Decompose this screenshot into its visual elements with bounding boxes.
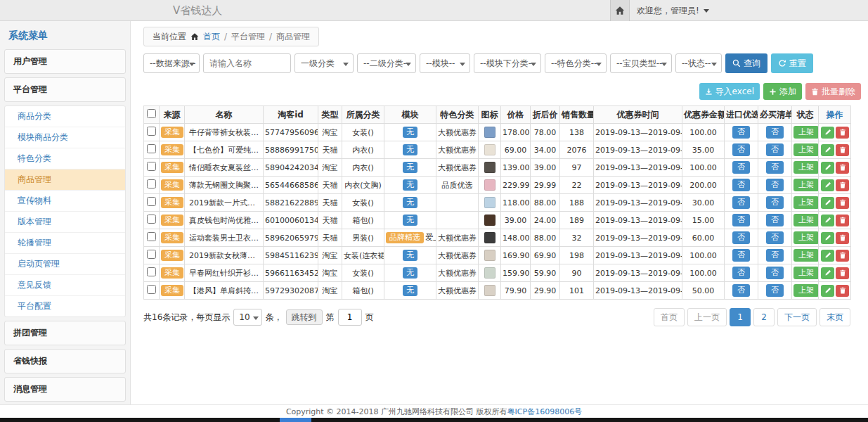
sidebar-item-carousel-management[interactable]: 轮播管理 [5, 233, 125, 254]
sidebar-item-module-product-category[interactable]: 模块商品分类 [5, 127, 125, 148]
sidebar-item-user-management[interactable]: 用户管理 [4, 49, 126, 74]
per-page-select[interactable]: 10 [233, 309, 261, 326]
user-menu[interactable]: 欢迎您，管理员! [630, 5, 716, 17]
pager-button[interactable]: 上一页 [687, 308, 727, 326]
delete-button[interactable] [836, 197, 849, 209]
pager-button[interactable]: 2 [753, 308, 775, 326]
must-buy-toggle[interactable]: 否 [766, 126, 784, 138]
page-number-input[interactable] [338, 309, 362, 326]
edit-button[interactable] [821, 179, 834, 191]
status-button[interactable]: 上架 [793, 284, 819, 296]
delete-button[interactable] [836, 179, 849, 191]
status-button[interactable]: 上架 [793, 249, 819, 261]
import-select-toggle[interactable]: 否 [732, 231, 750, 243]
edit-button[interactable] [821, 267, 834, 279]
row-checkbox[interactable] [147, 162, 156, 171]
edit-button[interactable] [821, 127, 834, 139]
import-select-toggle[interactable]: 否 [732, 179, 750, 191]
status-button[interactable]: 上架 [793, 179, 819, 191]
delete-button[interactable] [836, 144, 849, 156]
must-buy-toggle[interactable]: 否 [766, 161, 784, 173]
edit-button[interactable] [821, 285, 834, 297]
must-buy-toggle[interactable]: 否 [766, 179, 784, 191]
edit-button[interactable] [821, 215, 834, 226]
import-select-toggle[interactable]: 否 [732, 196, 750, 208]
sidebar-item-version-management[interactable]: 版本管理 [5, 212, 125, 233]
must-buy-toggle[interactable]: 否 [766, 214, 784, 226]
pager-button[interactable]: 1 [730, 308, 751, 326]
sidebar-item-splash-management[interactable]: 启动页管理 [5, 254, 125, 275]
delete-button[interactable] [836, 285, 849, 297]
must-buy-toggle[interactable]: 否 [766, 143, 784, 155]
add-button[interactable]: 添加 [763, 83, 802, 100]
status-button[interactable]: 上架 [793, 143, 819, 155]
row-checkbox[interactable] [147, 267, 156, 276]
reset-button[interactable]: 重置 [771, 53, 813, 73]
sidebar-item-special-category[interactable]: 特色分类 [5, 148, 125, 170]
sidebar-item-savings-news[interactable]: 省钱快报 [4, 349, 126, 373]
delete-button[interactable] [836, 250, 849, 262]
must-buy-toggle[interactable]: 否 [766, 284, 784, 296]
import-select-toggle[interactable]: 否 [732, 126, 750, 138]
row-checkbox[interactable] [147, 215, 156, 224]
must-buy-toggle[interactable]: 否 [766, 231, 784, 243]
delete-button[interactable] [836, 162, 849, 174]
status-button[interactable]: 上架 [793, 231, 819, 243]
status-button[interactable]: 上架 [793, 161, 819, 173]
row-checkbox[interactable] [147, 285, 156, 294]
row-checkbox[interactable] [147, 144, 156, 153]
pager-button[interactable]: 下一页 [777, 308, 817, 326]
edit-button[interactable] [821, 144, 834, 156]
row-checkbox[interactable] [147, 127, 156, 136]
jump-button[interactable]: 跳转到 [286, 309, 323, 325]
edit-button[interactable] [821, 250, 834, 262]
status-button[interactable]: 上架 [793, 126, 819, 138]
pager-button[interactable]: 末页 [820, 308, 850, 326]
sidebar-item-message-management[interactable]: 消息管理 [4, 377, 126, 402]
must-buy-toggle[interactable]: 否 [766, 267, 784, 279]
status-button[interactable]: 上架 [793, 267, 819, 279]
row-checkbox[interactable] [147, 232, 156, 241]
filter-select-module-subcategory[interactable]: --模块下分类-- [474, 53, 541, 73]
row-checkbox[interactable] [147, 250, 156, 259]
must-buy-toggle[interactable]: 否 [766, 249, 784, 261]
icp-link[interactable]: 粤ICP备16098006号 [507, 407, 583, 416]
name-search-input[interactable] [203, 53, 291, 73]
filter-select-level1-category[interactable]: 一级分类 [294, 53, 354, 73]
must-buy-toggle[interactable]: 否 [766, 196, 784, 208]
import-select-toggle[interactable]: 否 [732, 249, 750, 261]
filter-select-item-type[interactable]: --宝贝类型-- [610, 53, 672, 73]
batch-delete-button[interactable]: 批量删除 [805, 83, 861, 100]
pager-button[interactable]: 首页 [654, 308, 685, 326]
home-button[interactable] [610, 0, 630, 21]
delete-button[interactable] [836, 267, 849, 279]
delete-button[interactable] [836, 127, 849, 139]
edit-button[interactable] [821, 162, 834, 174]
filter-select-special-category[interactable]: --特色分类-- [545, 53, 607, 73]
delete-button[interactable] [836, 215, 849, 226]
import-select-toggle[interactable]: 否 [732, 284, 750, 296]
filter-select-level2-category[interactable]: --二级分类-- [357, 53, 416, 73]
delete-button[interactable] [836, 232, 849, 244]
filter-select-module[interactable]: --模块-- [420, 53, 470, 73]
breadcrumb-home-link[interactable]: 首页 [203, 31, 220, 43]
status-button[interactable]: 上架 [793, 214, 819, 226]
import-excel-button[interactable]: 导入excel [699, 83, 760, 100]
import-select-toggle[interactable]: 否 [732, 143, 750, 155]
sidebar-item-feedback[interactable]: 意见反馈 [5, 275, 125, 296]
filter-select-data-source[interactable]: --数据来源-- [143, 53, 200, 73]
sidebar-item-product-management[interactable]: 商品管理 [5, 170, 125, 191]
filter-select-status[interactable]: --状态-- [675, 53, 722, 73]
import-select-toggle[interactable]: 否 [732, 161, 750, 173]
status-button[interactable]: 上架 [793, 196, 819, 208]
search-button[interactable]: 查询 [725, 53, 767, 73]
edit-button[interactable] [821, 232, 834, 244]
edit-button[interactable] [821, 197, 834, 209]
import-select-toggle[interactable]: 否 [732, 214, 750, 226]
sidebar-item-platform-config[interactable]: 平台配置 [5, 296, 125, 316]
sidebar-item-platform-management[interactable]: 平台管理 [4, 77, 126, 102]
sidebar-item-product-category[interactable]: 商品分类 [5, 106, 125, 127]
sidebar-item-promo-material[interactable]: 宣传物料 [5, 191, 125, 212]
row-checkbox[interactable] [147, 197, 156, 206]
select-all-checkbox[interactable] [147, 109, 156, 118]
